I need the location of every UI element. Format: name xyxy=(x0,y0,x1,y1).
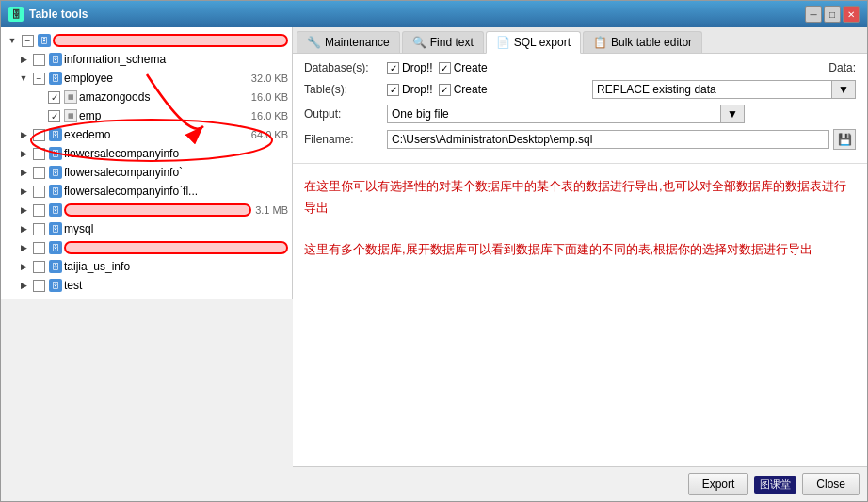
expand-mysql[interactable]: ▶ xyxy=(16,221,31,236)
checkbox-exedemo[interactable] xyxy=(33,129,45,141)
tree-item-flowersale2[interactable]: ▶ 🗄 flowersalecompanyinfo` xyxy=(1,163,292,182)
tab-sqlexport[interactable]: 📄 SQL export xyxy=(486,31,581,54)
expand-emp[interactable] xyxy=(31,108,46,123)
close-button[interactable]: ✕ xyxy=(843,6,860,23)
output-dropdown[interactable]: One big file ▼ xyxy=(387,105,745,123)
checkbox-flowersale3[interactable] xyxy=(33,186,45,198)
expand-reddb1[interactable]: ▶ xyxy=(16,202,31,218)
checkbox-flowersale1[interactable] xyxy=(33,148,45,160)
tree-item-root[interactable]: ▼ 🗄 xyxy=(1,31,292,50)
left-panel-container: ▼ 🗄 ▶ 🗄 information_schema ▼ 🗄 xyxy=(1,27,293,501)
checkbox-test[interactable] xyxy=(33,280,45,292)
label-exedemo: exedemo xyxy=(64,128,248,141)
expand-root[interactable]: ▼ xyxy=(5,33,20,48)
expand-exedemo[interactable]: ▶ xyxy=(16,127,31,142)
export-button[interactable]: Export xyxy=(688,473,749,495)
bulktable-icon: 📋 xyxy=(593,36,607,49)
content-paragraph2: 这里有多个数据库,展开数据库可以看到数据库下面建的不同的表,根据你的选择对数据进… xyxy=(304,238,856,260)
output-dropdown-arrow[interactable]: ▼ xyxy=(720,105,744,122)
title-bar-left: 🗄 Table tools xyxy=(8,7,88,22)
findtext-icon: 🔍 xyxy=(412,36,426,49)
tab-bulktable[interactable]: 📋 Bulk table editor xyxy=(583,31,702,53)
label-information-schema: information_schema xyxy=(64,53,288,66)
main-content: ▼ 🗄 ▶ 🗄 information_schema ▼ 🗄 xyxy=(1,27,867,501)
tree-panel: ▼ 🗄 ▶ 🗄 information_schema ▼ 🗄 xyxy=(1,27,293,299)
tree-item-taijia[interactable]: ▶ 🗄 taijia_us_info xyxy=(1,257,292,276)
checkbox-reddb2[interactable] xyxy=(33,242,45,254)
window-title: Table tools xyxy=(29,8,88,21)
expand-information-schema[interactable]: ▶ xyxy=(16,52,31,67)
tree-item-amazongoods[interactable]: ▦ amazongoods 16.0 KB xyxy=(1,88,292,106)
table-icon-emp: ▦ xyxy=(64,109,77,122)
form-row-filename: Filename: 💾 xyxy=(304,129,856,150)
checkbox-employee[interactable] xyxy=(33,73,45,85)
label-test: test xyxy=(64,279,288,292)
browse-button[interactable]: 💾 xyxy=(833,129,856,150)
databases-controls: Drop!! Create xyxy=(387,61,821,74)
tab-findtext[interactable]: 🔍 Find text xyxy=(402,31,484,53)
tree-item-test[interactable]: ▶ 🗄 test xyxy=(1,276,292,295)
db-drop-checkbox[interactable] xyxy=(387,62,399,74)
expand-taijia[interactable]: ▶ xyxy=(16,259,31,274)
tbl-drop-text: Drop!! xyxy=(402,83,433,96)
table-icon-amazongoods: ▦ xyxy=(64,90,77,104)
tab-maintenance[interactable]: 🔧 Maintenance xyxy=(297,31,400,53)
expand-employee[interactable]: ▼ xyxy=(16,71,31,86)
expand-reddb2[interactable]: ▶ xyxy=(16,240,31,255)
tbl-drop-checkbox[interactable] xyxy=(387,84,399,96)
checkbox-mysql[interactable] xyxy=(33,223,45,235)
tree-item-flowersale3[interactable]: ▶ 🗄 flowersalecompanyinfo`fl... xyxy=(1,182,292,201)
tbl-create-checkbox[interactable] xyxy=(439,84,451,96)
title-bar-controls: ─ □ ✕ xyxy=(805,6,860,23)
filename-input[interactable] xyxy=(387,130,829,149)
tree-item-emp[interactable]: ▦ emp 16.0 KB xyxy=(1,106,292,125)
expand-flowersale1[interactable]: ▶ xyxy=(16,146,31,161)
db-icon-flowersale2: 🗄 xyxy=(49,166,62,179)
tree-item-mysql[interactable]: ▶ 🗄 mysql xyxy=(1,219,292,238)
db-icon-reddb2: 🗄 xyxy=(49,241,62,254)
tables-controls: Drop!! Create xyxy=(387,83,585,96)
tree-item-reddb2[interactable]: ▶ 🗄 xyxy=(1,238,292,257)
db-icon-flowersale1: 🗄 xyxy=(49,147,62,160)
data-dropdown-arrow[interactable]: ▼ xyxy=(831,81,855,98)
expand-test[interactable]: ▶ xyxy=(16,278,31,293)
db-drop-label[interactable]: Drop!! xyxy=(387,61,433,74)
close-button-bottom[interactable]: Close xyxy=(802,473,860,495)
expand-flowersale2[interactable]: ▶ xyxy=(16,165,31,180)
tree-item-information-schema[interactable]: ▶ 🗄 information_schema xyxy=(1,50,292,69)
checkbox-taijia[interactable] xyxy=(33,261,45,273)
tree-item-flowersale1[interactable]: ▶ 🗄 flowersalecompanyinfo xyxy=(1,144,292,163)
maximize-button[interactable]: □ xyxy=(824,6,841,23)
db-icon-taijia: 🗄 xyxy=(49,260,62,273)
label-taijia: taijia_us_info xyxy=(64,260,288,273)
tree-item-exedemo[interactable]: ▶ 🗄 exedemo 64.0 KB xyxy=(1,125,292,144)
label-mysql: mysql xyxy=(64,222,288,235)
checkbox-reddb1[interactable] xyxy=(33,204,45,217)
output-dropdown-value: One big file xyxy=(392,107,716,121)
checkbox-root[interactable] xyxy=(22,35,34,47)
tree-item-reddb1[interactable]: ▶ 🗄 3.1 MB xyxy=(1,201,292,219)
checkbox-flowersale2[interactable] xyxy=(33,167,45,179)
checkbox-emp[interactable] xyxy=(48,110,60,122)
expand-flowersale3[interactable]: ▶ xyxy=(16,184,31,199)
db-icon-root: 🗄 xyxy=(38,34,51,47)
db-create-checkbox[interactable] xyxy=(439,62,451,74)
expand-amazongoods[interactable] xyxy=(31,89,46,105)
tbl-drop-label[interactable]: Drop!! xyxy=(387,83,433,96)
db-icon-exedemo: 🗄 xyxy=(49,128,62,141)
tbl-create-label[interactable]: Create xyxy=(439,83,488,96)
content-area: 在这里你可以有选择性的对某个数据库中的某个表的数据进行导出,也可以对全部数据库的… xyxy=(293,164,867,466)
size-emp: 16.0 KB xyxy=(251,110,288,121)
tree-item-employee[interactable]: ▼ 🗄 employee 32.0 KB xyxy=(1,69,292,88)
db-icon-test: 🗄 xyxy=(49,279,62,292)
minimize-button[interactable]: ─ xyxy=(805,6,822,23)
db-create-label[interactable]: Create xyxy=(439,61,488,74)
tab-findtext-label: Find text xyxy=(430,36,474,49)
checkbox-amazongoods[interactable] xyxy=(48,91,60,104)
title-bar: 🗄 Table tools ─ □ ✕ xyxy=(1,1,867,27)
app-icon: 🗄 xyxy=(8,7,24,22)
checkbox-information-schema[interactable] xyxy=(33,54,45,66)
data-dropdown[interactable]: REPLACE existing data ▼ xyxy=(592,80,856,99)
db-create-text: Create xyxy=(454,61,488,74)
label-amazongoods: amazongoods xyxy=(79,90,248,104)
